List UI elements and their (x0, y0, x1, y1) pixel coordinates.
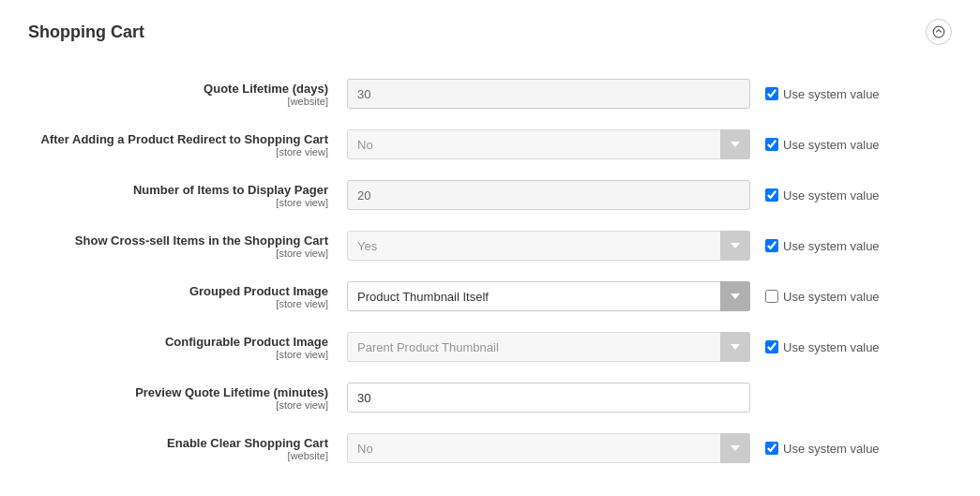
label-col-quote-lifetime: Quote Lifetime (days)[website] (28, 82, 347, 107)
collapse-button[interactable] (926, 19, 952, 45)
page-container: Shopping Cart Quote Lifetime (days)[webs… (0, 0, 980, 496)
input-col-configurable-product-image: Parent Product ThumbnailProduct Thumbnai… (347, 332, 750, 362)
system-value-text-grouped-product-image: Use system value (783, 290, 880, 304)
field-label-quote-lifetime: Quote Lifetime (days) (28, 82, 328, 96)
form-row-redirect-after-add: After Adding a Product Redirect to Shopp… (28, 128, 952, 161)
form-row-grouped-product-image: Grouped Product Image[store view]Product… (28, 279, 952, 313)
form-row-preview-quote-lifetime: Preview Quote Lifetime (minutes)[store v… (28, 381, 952, 414)
input-quote-lifetime (347, 79, 750, 109)
input-items-pager (347, 180, 750, 210)
form-row-configurable-product-image: Configurable Product Image[store view]Pa… (28, 330, 952, 364)
input-col-cross-sell: YesNo (347, 231, 750, 261)
system-value-checkbox-configurable-product-image[interactable] (765, 340, 778, 353)
select-configurable-product-image: Parent Product ThumbnailProduct Thumbnai… (347, 332, 750, 362)
field-scope-redirect-after-add: [store view] (28, 146, 328, 158)
label-col-preview-quote-lifetime: Preview Quote Lifetime (minutes)[store v… (28, 385, 347, 411)
system-value-label-quote-lifetime[interactable]: Use system value (765, 87, 880, 101)
field-label-items-pager: Number of Items to Display Pager (28, 183, 328, 197)
select-wrapper-grouped-product-image: Product Thumbnail ItselfParent Product T… (347, 281, 750, 311)
field-label-redirect-after-add: After Adding a Product Redirect to Shopp… (28, 132, 328, 146)
system-value-label-cross-sell[interactable]: Use system value (765, 239, 880, 253)
system-col-quote-lifetime: Use system value (765, 87, 915, 101)
form-table: Quote Lifetime (days)[website]Use system… (28, 77, 952, 465)
field-label-cross-sell: Show Cross-sell Items in the Shopping Ca… (28, 233, 328, 248)
system-value-text-cross-sell: Use system value (783, 239, 880, 253)
field-scope-enable-clear-cart: [website] (28, 450, 328, 461)
field-label-preview-quote-lifetime: Preview Quote Lifetime (minutes) (28, 385, 328, 399)
input-col-redirect-after-add: NoYes (347, 129, 750, 159)
form-row-quote-lifetime: Quote Lifetime (days)[website]Use system… (28, 77, 952, 111)
select-wrapper-redirect-after-add: NoYes (347, 129, 750, 159)
label-col-enable-clear-cart: Enable Clear Shopping Cart[website] (28, 436, 347, 461)
select-redirect-after-add: NoYes (347, 129, 750, 159)
input-col-enable-clear-cart: NoYes (347, 433, 750, 463)
system-value-checkbox-quote-lifetime[interactable] (765, 87, 778, 100)
field-label-enable-clear-cart: Enable Clear Shopping Cart (28, 436, 328, 450)
svg-point-0 (933, 26, 944, 38)
select-wrapper-cross-sell: YesNo (347, 231, 750, 261)
field-scope-items-pager: [store view] (28, 197, 328, 208)
system-value-text-items-pager: Use system value (783, 188, 880, 203)
system-value-checkbox-items-pager[interactable] (765, 188, 778, 202)
field-scope-preview-quote-lifetime: [store view] (28, 399, 328, 411)
label-col-grouped-product-image: Grouped Product Image[store view] (28, 284, 347, 309)
input-preview-quote-lifetime[interactable] (347, 383, 750, 413)
form-row-items-pager: Number of Items to Display Pager[store v… (28, 178, 952, 212)
input-col-preview-quote-lifetime (347, 383, 750, 413)
field-label-grouped-product-image: Grouped Product Image (28, 284, 328, 298)
label-col-cross-sell: Show Cross-sell Items in the Shopping Ca… (28, 233, 347, 259)
select-wrapper-configurable-product-image: Parent Product ThumbnailProduct Thumbnai… (347, 332, 750, 362)
field-scope-cross-sell: [store view] (28, 248, 328, 259)
system-value-label-redirect-after-add[interactable]: Use system value (765, 138, 880, 152)
system-value-checkbox-enable-clear-cart[interactable] (765, 442, 778, 455)
select-wrapper-enable-clear-cart: NoYes (347, 433, 750, 463)
field-scope-grouped-product-image: [store view] (28, 298, 328, 309)
system-value-label-enable-clear-cart[interactable]: Use system value (765, 442, 880, 456)
system-value-label-grouped-product-image[interactable]: Use system value (765, 290, 880, 304)
system-value-text-redirect-after-add: Use system value (783, 138, 880, 152)
label-col-redirect-after-add: After Adding a Product Redirect to Shopp… (28, 132, 347, 158)
section-title: Shopping Cart (28, 23, 144, 42)
input-col-quote-lifetime (347, 79, 750, 109)
system-col-redirect-after-add: Use system value (765, 138, 915, 152)
system-value-label-configurable-product-image[interactable]: Use system value (765, 340, 880, 354)
system-value-label-items-pager[interactable]: Use system value (765, 188, 880, 203)
system-value-text-quote-lifetime: Use system value (783, 87, 880, 101)
label-col-configurable-product-image: Configurable Product Image[store view] (28, 335, 347, 360)
field-scope-quote-lifetime: [website] (28, 96, 328, 107)
select-cross-sell: YesNo (347, 231, 750, 261)
section-header: Shopping Cart (28, 19, 952, 54)
system-col-cross-sell: Use system value (765, 239, 915, 253)
label-col-items-pager: Number of Items to Display Pager[store v… (28, 183, 347, 208)
form-row-cross-sell: Show Cross-sell Items in the Shopping Ca… (28, 229, 952, 263)
system-value-checkbox-cross-sell[interactable] (765, 239, 778, 252)
input-col-items-pager (347, 180, 750, 210)
system-value-checkbox-redirect-after-add[interactable] (765, 138, 778, 151)
system-value-text-enable-clear-cart: Use system value (783, 442, 880, 456)
system-value-checkbox-grouped-product-image[interactable] (765, 290, 778, 303)
input-col-grouped-product-image: Product Thumbnail ItselfParent Product T… (347, 281, 750, 311)
field-scope-configurable-product-image: [store view] (28, 349, 328, 360)
system-col-configurable-product-image: Use system value (765, 340, 915, 354)
system-col-grouped-product-image: Use system value (765, 290, 915, 304)
field-label-configurable-product-image: Configurable Product Image (28, 335, 328, 349)
system-col-enable-clear-cart: Use system value (765, 442, 915, 456)
select-grouped-product-image[interactable]: Product Thumbnail ItselfParent Product T… (347, 281, 750, 311)
select-enable-clear-cart: NoYes (347, 433, 750, 463)
system-value-text-configurable-product-image: Use system value (783, 340, 880, 354)
system-col-items-pager: Use system value (765, 188, 915, 203)
form-row-enable-clear-cart: Enable Clear Shopping Cart[website]NoYes… (28, 431, 952, 465)
